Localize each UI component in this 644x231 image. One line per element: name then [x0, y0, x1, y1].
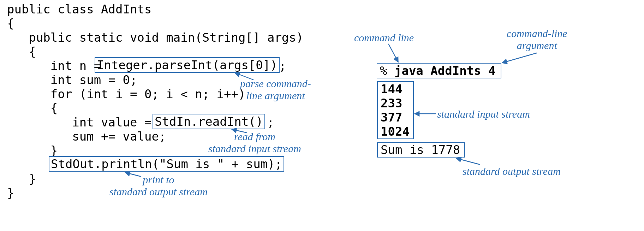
boxed-parse-text: Integer.parseInt(args[0]) — [97, 58, 278, 72]
code-line-2: { — [7, 16, 14, 30]
code-line-3: public static void main(String[] args) — [7, 30, 303, 45]
code-line-1: public class AddInts — [7, 2, 151, 16]
code-line-9-suffix: ; — [267, 115, 274, 129]
code-line-14: } — [7, 186, 14, 200]
code-line-9-prefix: int value = — [7, 115, 159, 129]
stdout-box: Sum is 1778 — [377, 142, 465, 158]
stdin-box: 144 233 377 1024 — [377, 81, 414, 139]
stdin-value-0: 144 — [378, 82, 413, 96]
annotation-stdin-stream: standard input stream — [437, 108, 530, 120]
code-line-4: { — [7, 45, 36, 59]
code-line-5-suffix: ; — [279, 59, 286, 73]
boxed-readint-text: StdIn.readInt() — [155, 114, 263, 129]
boxed-println-text: StdOut.println("Sum is " + sum); — [51, 157, 282, 171]
annotation-parse-cmdline: parse command- line argument — [240, 78, 311, 102]
code-line-8: { — [7, 101, 58, 115]
boxed-readint-call: StdIn.readInt() — [153, 114, 265, 129]
code-line-10: sum += value; — [7, 129, 166, 143]
arrow-stdout-stream — [456, 158, 480, 165]
annotation-cmdline-argument: command-line argument — [507, 28, 567, 52]
annotation-print-stdout: print to standard output stream — [109, 174, 208, 198]
annotation-read-stdin: read from standard input stream — [208, 131, 301, 155]
terminal-command: java AddInts 4 — [394, 64, 496, 78]
annotation-command-line: command line — [354, 32, 414, 44]
terminal-prompt: % — [380, 64, 394, 78]
boxed-parse-call: Integer.parseInt(args[0]) — [95, 57, 280, 73]
stdout-text: Sum is 1778 — [381, 143, 460, 157]
arrow-cmdline-argument — [502, 53, 537, 63]
code-line-11: } — [7, 143, 58, 158]
arrow-command-line — [388, 44, 398, 62]
code-line-13: } — [7, 172, 36, 186]
stdin-value-2: 377 — [378, 110, 413, 124]
code-line-5-prefix: int n = — [7, 59, 108, 73]
stdin-value-3: 1024 — [378, 124, 413, 138]
annotation-stdout-stream: standard output stream — [463, 165, 561, 177]
code-line-6: int sum = 0; — [7, 73, 137, 87]
command-line-box: % java AddInts 4 — [377, 63, 501, 78]
boxed-println-call: StdOut.println("Sum is " + sum); — [49, 156, 284, 172]
code-line-7: for (int i = 0; i < n; i++) — [7, 87, 246, 101]
stdin-value-1: 233 — [378, 96, 413, 110]
diagram-stage: public class AddInts { public static voi… — [0, 0, 644, 231]
